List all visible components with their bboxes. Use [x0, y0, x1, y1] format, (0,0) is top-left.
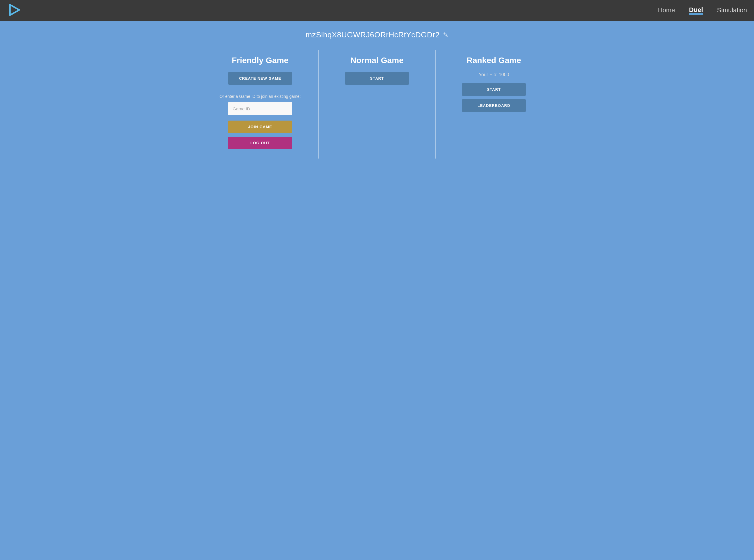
svg-marker-0 [10, 5, 19, 15]
nav-simulation[interactable]: Simulation [717, 6, 747, 15]
normal-game-column: Normal Game START [319, 50, 435, 159]
main-content: mzSlhqX8UGWRJ6ORrHcRtYcDGDr2 ✎ Friendly … [0, 21, 754, 560]
nav-duel[interactable]: Duel [689, 6, 703, 15]
create-new-game-button[interactable]: CREATE NEW GAME [228, 72, 292, 85]
game-columns: Friendly Game CREATE NEW GAME Or enter a… [202, 50, 552, 159]
join-label: Or enter a Game ID to join an existing g… [220, 94, 301, 99]
user-id-row: mzSlhqX8UGWRJ6ORrHcRtYcDGDr2 ✎ [0, 31, 754, 39]
logout-button[interactable]: LOG OUT [228, 137, 292, 149]
friendly-game-column: Friendly Game CREATE NEW GAME Or enter a… [202, 50, 319, 159]
normal-start-button[interactable]: START [345, 72, 409, 85]
nav-home[interactable]: Home [658, 6, 675, 15]
friendly-game-title: Friendly Game [232, 56, 289, 65]
edit-user-id-icon[interactable]: ✎ [443, 31, 448, 39]
user-id-display: mzSlhqX8UGWRJ6ORrHcRtYcDGDr2 [306, 31, 440, 39]
elo-display: Your Elo: 1000 [479, 72, 509, 77]
join-game-button[interactable]: JOIN GAME [228, 121, 292, 133]
normal-game-title: Normal Game [351, 56, 403, 65]
navbar: Home Duel Simulation [0, 0, 754, 21]
ranked-game-title: Ranked Game [467, 56, 521, 65]
game-id-input[interactable] [228, 102, 292, 115]
ranked-game-column: Ranked Game Your Elo: 1000 START LEADERB… [436, 50, 552, 159]
nav-links: Home Duel Simulation [658, 6, 747, 15]
leaderboard-button[interactable]: LEADERBOARD [462, 99, 526, 112]
logo[interactable] [7, 2, 22, 19]
ranked-start-button[interactable]: START [462, 83, 526, 96]
